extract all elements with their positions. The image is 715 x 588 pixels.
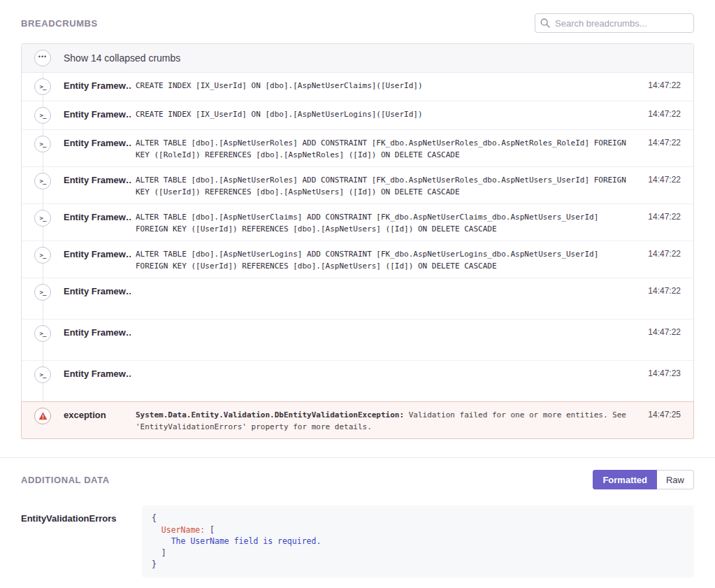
crumb-timestamp: 14:47:22 <box>642 173 681 185</box>
terminal-icon: >_ <box>34 210 51 227</box>
terminal-icon: >_ <box>34 284 51 301</box>
crumb-message: ALTER TABLE [dbo].[AspNetUserClaims] ADD… <box>136 210 635 235</box>
collapsed-crumbs-label: Show 14 collapsed crumbs <box>64 52 180 64</box>
search-input[interactable] <box>535 13 694 33</box>
breadcrumb-row: >_ Entity Framew… ALTER TABLE [dbo].[Asp… <box>22 204 693 241</box>
crumb-message-truncated: CREATE TABLE [dbo].[__MigrationHistory] … <box>136 284 635 313</box>
crumb-message-truncated: SELECT CASE WHEN ( EXISTS (SELECT 1 AS [… <box>136 366 635 396</box>
breadcrumb-row: >_ Entity Framew… ALTER TABLE [dbo].[Asp… <box>22 130 693 167</box>
breadcrumbs-page: BREADCRUMBS ••• Show 14 collapsed cru <box>0 0 715 588</box>
crumb-message: CREATE INDEX [IX_UserId] ON [dbo].[AspNe… <box>136 78 635 92</box>
terminal-icon: >_ <box>34 173 51 189</box>
exception-message: System.Data.Entity.Validation.DbEntityVa… <box>136 408 635 433</box>
breadcrumb-row: >_ Entity Framew… SELECT CASE WHEN ( EXI… <box>22 361 693 401</box>
crumb-message-truncated: INSERT [dbo].[__MigrationHistory]([Migra… <box>136 325 635 354</box>
entry-value-json: { UserName: [ The UserName field is requ… <box>142 505 694 578</box>
breadcrumb-row: >_ Entity Framew… CREATE INDEX [IX_UserI… <box>22 101 693 130</box>
crumb-timestamp: 14:47:22 <box>642 284 681 296</box>
crumb-message: CREATE INDEX [IX_UserId] ON [dbo].[AspNe… <box>136 107 635 120</box>
crumb-category: Entity Framew… <box>64 173 131 186</box>
crumb-category: Entity Framew… <box>64 107 131 120</box>
crumb-timestamp: 14:47:22 <box>642 325 681 337</box>
breadcrumb-row: >_ Entity Framew… ALTER TABLE [dbo].[Asp… <box>22 241 693 278</box>
breadcrumb-row: >_ Entity Framew… ALTER TABLE [dbo].[Asp… <box>22 167 693 204</box>
ellipsis-icon: ••• <box>34 50 51 66</box>
crumb-category: Entity Framew… <box>64 136 131 149</box>
terminal-icon: >_ <box>34 247 51 264</box>
crumb-timestamp: 14:47:22 <box>642 107 681 119</box>
crumb-category: Entity Framew… <box>64 284 131 297</box>
additional-data-entry: EntityValidationErrors { UserName: [ The… <box>21 505 694 578</box>
breadcrumbs-panel: ••• Show 14 collapsed crumbs >_ Entity F… <box>21 43 694 439</box>
crumb-category: Entity Framew… <box>64 78 131 92</box>
terminal-icon: >_ <box>34 325 51 342</box>
crumb-timestamp: 14:47:25 <box>642 408 681 420</box>
breadcrumb-row: >_ Entity Framew… INSERT [dbo].[__Migrat… <box>22 320 693 361</box>
fade-overlay <box>136 304 635 313</box>
crumb-category: exception <box>64 408 131 421</box>
exception-breadcrumb-row: exception System.Data.Entity.Validation.… <box>21 401 694 439</box>
crumb-timestamp: 14:47:22 <box>642 136 681 148</box>
crumb-timestamp: 14:47:22 <box>642 247 681 259</box>
raw-button[interactable]: Raw <box>657 470 694 489</box>
terminal-icon: >_ <box>34 366 51 383</box>
additional-data-title: ADDITIONAL DATA <box>21 475 110 485</box>
terminal-icon: >_ <box>34 78 51 95</box>
crumb-category: Entity Framew… <box>64 366 131 380</box>
crumb-category: Entity Framew… <box>64 325 131 338</box>
section-divider <box>0 457 715 458</box>
crumb-timestamp: 14:47:23 <box>642 366 681 378</box>
crumb-category: Entity Framew… <box>64 210 131 223</box>
breadcrumb-row: >_ Entity Framew… CREATE TABLE [dbo].[__… <box>22 278 693 320</box>
crumb-timestamp: 14:47:22 <box>642 210 681 222</box>
crumb-message: ALTER TABLE [dbo].[AspNetUserRoles] ADD … <box>136 173 635 198</box>
crumb-message: ALTER TABLE [dbo].[AspNetUserRoles] ADD … <box>136 136 635 161</box>
breadcrumbs-search <box>535 13 694 33</box>
entry-key-label: EntityValidationErrors <box>21 505 142 578</box>
breadcrumb-row: >_ Entity Framew… CREATE INDEX [IX_UserI… <box>22 73 693 101</box>
search-icon <box>540 18 550 28</box>
crumb-timestamp: 14:47:22 <box>642 78 681 90</box>
warning-icon <box>34 408 51 424</box>
formatted-button[interactable]: Formatted <box>593 470 657 489</box>
crumb-message: ALTER TABLE [dbo].[AspNetUserLogins] ADD… <box>136 247 635 272</box>
breadcrumbs-title: BREADCRUMBS <box>21 18 98 29</box>
fade-overlay <box>136 387 635 396</box>
terminal-icon: >_ <box>34 107 51 124</box>
breadcrumbs-header: BREADCRUMBS <box>21 0 694 33</box>
view-toggle: Formatted Raw <box>593 470 694 489</box>
terminal-icon: >_ <box>34 136 51 152</box>
show-collapsed-crumbs-row[interactable]: ••• Show 14 collapsed crumbs <box>22 44 693 73</box>
additional-data-header: ADDITIONAL DATA Formatted Raw <box>21 470 694 489</box>
fade-overlay <box>136 345 635 354</box>
crumb-category: Entity Framew… <box>64 247 131 260</box>
